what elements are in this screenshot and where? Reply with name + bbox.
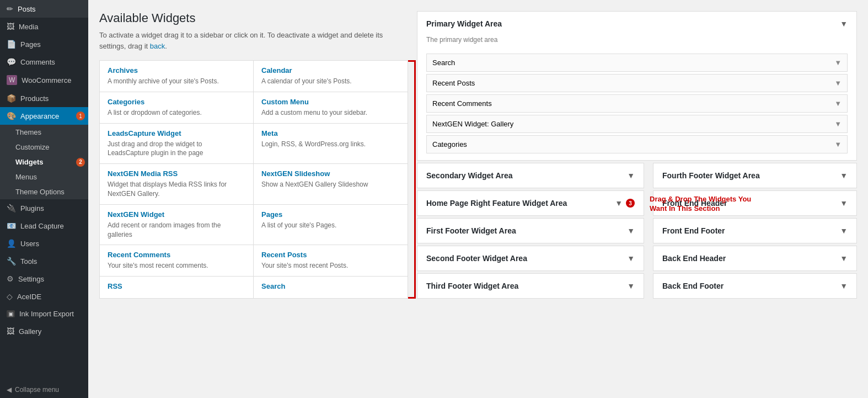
primary-widget-area: Primary Widget Area ▼ The primary widget… — [417, 11, 857, 161]
widget-chevron-icon: ▼ — [834, 140, 842, 148]
front-end-footer-area: Front End Footer ▼ — [653, 218, 857, 243]
submenu-theme-options[interactable]: Theme Options — [0, 184, 88, 199]
back-end-footer-area: Back End Footer ▼ — [653, 273, 857, 299]
first-footer-chevron-icon: ▼ — [627, 226, 635, 235]
widget-archives[interactable]: Archives A monthly archive of your site'… — [100, 61, 254, 92]
primary-widget-search[interactable]: Search ▼ — [426, 54, 848, 72]
back-end-header-chevron-icon: ▼ — [840, 254, 848, 263]
submenu-themes[interactable]: Themes — [0, 125, 88, 140]
plugins-icon: 🔌 — [7, 204, 16, 213]
fourth-footer-chevron-icon: ▼ — [840, 171, 848, 180]
widget-meta[interactable]: Meta Login, RSS, & WordPress.org links. — [254, 124, 408, 164]
third-footer-header[interactable]: Third Footer Widget Area ▼ — [417, 274, 644, 298]
sidebar-item-ink[interactable]: ▣ Ink Import Export — [0, 305, 88, 322]
widget-chevron-icon: ▼ — [834, 99, 842, 108]
widget-search[interactable]: Search — [254, 277, 408, 298]
sidebar-item-plugins[interactable]: 🔌 Plugins — [0, 199, 88, 217]
sidebar-item-gallery[interactable]: 🖼 Gallery — [0, 322, 88, 340]
back-end-footer-header[interactable]: Back End Footer ▼ — [653, 274, 856, 298]
first-footer-widget-area: First Footer Widget Area ▼ — [417, 218, 644, 243]
primary-widget-area-header[interactable]: Primary Widget Area ▼ — [417, 12, 856, 36]
sidebar-item-users[interactable]: 👤 Users — [0, 235, 88, 252]
sidebar-item-products[interactable]: 📦 Products — [0, 89, 88, 107]
widget-pages[interactable]: Pages A list of your site's Pages. — [254, 205, 408, 246]
fourth-footer-header[interactable]: Fourth Footer Widget Area ▼ — [653, 163, 856, 188]
page-description: To activate a widget drag it to a sideba… — [99, 30, 408, 51]
submenu-customize[interactable]: Customize — [0, 140, 88, 155]
primary-widget-categories[interactable]: Categories ▼ — [426, 135, 848, 153]
gallery-icon: 🖼 — [7, 327, 14, 336]
sidebar-item-settings[interactable]: ⚙ Settings — [0, 270, 88, 288]
back-end-footer-chevron-icon: ▼ — [840, 282, 848, 290]
secondary-widget-area-header[interactable]: Secondary Widget Area ▼ — [417, 163, 644, 188]
fourth-footer-widget-area: Fourth Footer Widget Area ▼ — [653, 163, 857, 188]
annotation-text-container: Drag & Drop The Widgets You Want In This… — [650, 195, 760, 214]
annotation-label: Drag & Drop The Widgets You Want In This… — [650, 195, 760, 214]
primary-widget-area-desc: The primary widget area — [417, 36, 856, 49]
back-end-header-header[interactable]: Back End Header ▼ — [653, 246, 856, 270]
primary-widget-area-body: Search ▼ Recent Posts ▼ Recent Comments … — [417, 49, 856, 160]
front-end-header-chevron-icon: ▼ — [840, 199, 848, 208]
sidebar-item-woocommerce[interactable]: W WooCommerce — [0, 71, 88, 89]
third-footer-chevron-icon: ▼ — [627, 282, 635, 290]
primary-widget-recent-comments[interactable]: Recent Comments ▼ — [426, 94, 848, 113]
widget-custom-menu[interactable]: Custom Menu Add a custom menu to your si… — [254, 92, 408, 124]
sidebar-item-aceide[interactable]: ◇ AceIDE — [0, 288, 88, 305]
widget-calendar[interactable]: Calendar A calendar of your site's Posts… — [254, 61, 408, 92]
lead-capture-icon: 📧 — [7, 221, 16, 230]
appearance-icon: 🎨 — [7, 112, 16, 120]
widget-recent-comments[interactable]: Recent Comments Your site's most recent … — [100, 245, 254, 277]
main-content: Available Widgets To activate a widget d… — [88, 0, 868, 398]
widget-nextgen-slideshow[interactable]: NextGEN Slideshow Show a NextGEN Gallery… — [254, 164, 408, 205]
submenu-widgets[interactable]: Widgets 2 — [0, 155, 88, 169]
home-page-right-feature-header[interactable]: Home Page Right Feature Widget Area ▼ 3 — [417, 191, 644, 215]
media-icon: 🖼 — [7, 22, 14, 31]
widget-nextgen-media-rss[interactable]: NextGEN Media RSS Widget that displays M… — [100, 164, 254, 205]
widget-chevron-icon: ▼ — [834, 79, 842, 87]
second-footer-widget-area: Second Footer Widget Area ▼ — [417, 246, 644, 271]
available-widgets-panel: Available Widgets To activate a widget d… — [99, 11, 408, 387]
ink-icon: ▣ — [7, 310, 15, 317]
annotation-badge-3: 3 — [626, 199, 635, 208]
pages-icon: 📄 — [7, 40, 16, 49]
sidebar-item-pages[interactable]: 📄 Pages — [0, 35, 88, 53]
back-end-header-area: Back End Header ▼ — [653, 246, 857, 271]
secondary-widget-area: Secondary Widget Area ▼ — [417, 163, 644, 188]
widget-leadscapture[interactable]: LeadsCapture Widget Just drag and drop t… — [100, 124, 254, 164]
collapse-menu[interactable]: ◀ Collapse menu — [0, 381, 88, 398]
comments-icon: 💬 — [7, 57, 16, 66]
sidebar-item-appearance[interactable]: 🎨 Appearance 1 — [0, 107, 88, 125]
widget-chevron-icon: ▼ — [834, 59, 842, 67]
users-icon: 👤 — [7, 239, 16, 248]
front-end-footer-header[interactable]: Front End Footer ▼ — [653, 219, 856, 243]
primary-chevron-icon: ▼ — [840, 19, 848, 28]
appearance-badge: 1 — [76, 112, 85, 120]
posts-icon: ✏ — [7, 4, 13, 13]
primary-widget-nextgen-gallery[interactable]: NextGEN Widget: Gallery ▼ — [426, 115, 848, 133]
widget-areas-panel: Primary Widget Area ▼ The primary widget… — [417, 11, 857, 387]
widget-categories[interactable]: Categories A list or dropdown of categor… — [100, 92, 254, 124]
home-page-area-container: Home Page Right Feature Widget Area ▼ 3 … — [417, 190, 644, 218]
sidebar: ✏ Posts 🖼 Media 📄 Pages 💬 Comments W Woo… — [0, 0, 88, 398]
widget-chevron-icon: ▼ — [834, 120, 842, 128]
appearance-submenu: Themes Customize Widgets 2 Menus Theme O… — [0, 125, 88, 199]
woo-icon: W — [7, 75, 17, 85]
aceide-icon: ◇ — [7, 292, 13, 301]
widgets-badge: 2 — [76, 158, 85, 167]
front-end-footer-chevron-icon: ▼ — [840, 226, 848, 235]
sidebar-item-tools[interactable]: 🔧 Tools — [0, 252, 88, 270]
widget-rss[interactable]: RSS — [100, 277, 254, 298]
sidebar-item-posts[interactable]: ✏ Posts — [0, 0, 88, 18]
widget-recent-posts[interactable]: Recent Posts Your site's most recent Pos… — [254, 245, 408, 277]
widget-areas-col1: Secondary Widget Area ▼ Home Page Right … — [417, 163, 644, 387]
sidebar-item-comments[interactable]: 💬 Comments — [0, 53, 88, 71]
sidebar-item-lead-capture[interactable]: 📧 Lead Capture — [0, 217, 88, 235]
sidebar-item-media[interactable]: 🖼 Media — [0, 18, 88, 35]
first-footer-header[interactable]: First Footer Widget Area ▼ — [417, 219, 644, 243]
second-footer-chevron-icon: ▼ — [627, 254, 635, 263]
widgets-grid: Archives A monthly archive of your site'… — [99, 60, 408, 299]
widget-nextgen[interactable]: NextGEN Widget Add recent or random imag… — [100, 205, 254, 246]
second-footer-header[interactable]: Second Footer Widget Area ▼ — [417, 246, 644, 270]
submenu-menus[interactable]: Menus — [0, 169, 88, 184]
primary-widget-recent-posts[interactable]: Recent Posts ▼ — [426, 74, 848, 92]
